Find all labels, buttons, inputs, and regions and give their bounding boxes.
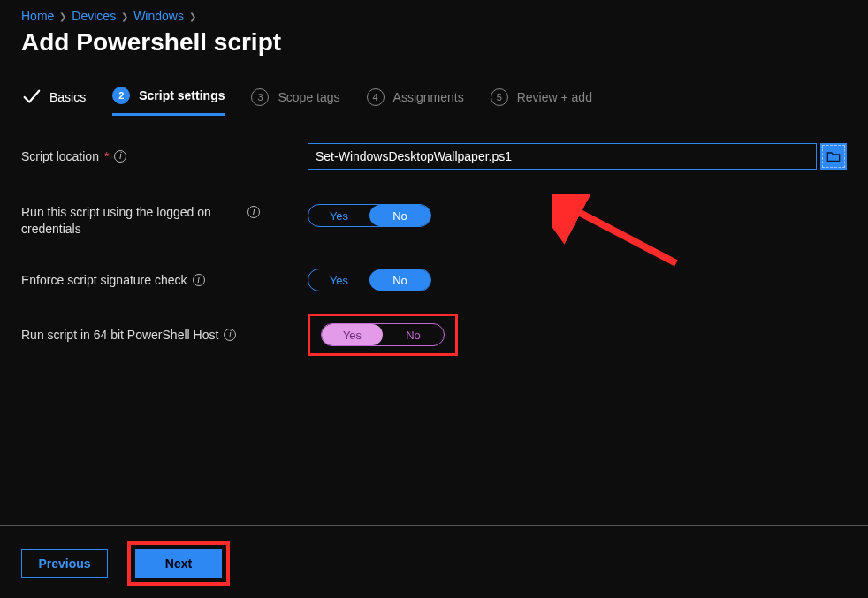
step-number: 5	[491, 88, 508, 106]
step-review-add[interactable]: 5 Review + add	[491, 88, 592, 115]
step-assignments[interactable]: 4 Assignments	[367, 88, 464, 115]
step-number: 4	[367, 88, 385, 106]
breadcrumb: Home ❯ Devices ❯ Windows ❯	[0, 0, 868, 26]
form-body: Script location * i Run this script usin…	[0, 123, 868, 356]
info-icon[interactable]: i	[224, 329, 236, 341]
step-number: 2	[112, 87, 130, 104]
breadcrumb-link-windows[interactable]: Windows	[133, 9, 184, 23]
label-signature-check: Enforce script signature check	[21, 272, 187, 289]
breadcrumb-link-devices[interactable]: Devices	[72, 9, 116, 23]
next-button[interactable]: Next	[135, 549, 222, 578]
label-logged-on-credentials: Run this script using the logged on cred…	[21, 204, 242, 238]
page-title: Add Powershell script	[0, 26, 868, 87]
info-icon[interactable]: i	[114, 150, 126, 163]
toggle-option-no[interactable]: No	[369, 269, 430, 291]
info-icon[interactable]: i	[193, 274, 205, 286]
annotation-highlight-box: Yes No	[308, 314, 458, 356]
step-label: Scope tags	[278, 90, 339, 104]
step-number: 3	[251, 88, 269, 106]
breadcrumb-link-home[interactable]: Home	[21, 9, 54, 23]
browse-button[interactable]	[820, 143, 847, 170]
previous-button[interactable]: Previous	[21, 549, 108, 578]
toggle-option-yes[interactable]: Yes	[308, 269, 369, 291]
row-64bit-host: Run script in 64 bit PowerShell Host i Y…	[21, 314, 847, 356]
toggle-option-yes[interactable]: Yes	[322, 324, 383, 345]
row-signature-check: Enforce script signature check i Yes No	[21, 262, 847, 298]
label-64bit-host: Run script in 64 bit PowerShell Host	[21, 327, 218, 344]
toggle-signature-check[interactable]: Yes No	[308, 269, 431, 291]
folder-icon	[826, 150, 841, 163]
chevron-right-icon: ❯	[189, 11, 196, 21]
toggle-option-no[interactable]: No	[369, 205, 430, 226]
step-scope-tags[interactable]: 3 Scope tags	[251, 88, 339, 115]
label-script-location: Script location	[21, 148, 99, 165]
required-mark: *	[104, 148, 109, 165]
wizard-steps: Basics 2 Script settings 3 Scope tags 4 …	[0, 87, 868, 123]
toggle-logged-on-credentials[interactable]: Yes No	[308, 204, 431, 227]
script-location-input[interactable]	[308, 143, 817, 170]
toggle-option-yes[interactable]: Yes	[308, 205, 369, 226]
step-label: Review + add	[517, 90, 592, 104]
row-script-location: Script location * i	[21, 139, 847, 174]
step-label: Basics	[49, 90, 86, 104]
toggle-option-no[interactable]: No	[383, 324, 444, 345]
step-label: Script settings	[139, 88, 225, 102]
chevron-right-icon: ❯	[121, 11, 128, 21]
wizard-footer: Previous Next	[0, 525, 868, 598]
toggle-64bit-host[interactable]: Yes No	[321, 323, 445, 346]
step-label: Assignments	[393, 90, 464, 104]
step-script-settings[interactable]: 2 Script settings	[112, 87, 225, 116]
annotation-highlight-box: Next	[127, 541, 230, 586]
info-icon[interactable]: i	[247, 206, 260, 218]
check-icon	[21, 87, 41, 107]
row-logged-on-credentials: Run this script using the logged on cred…	[21, 204, 847, 239]
step-basics[interactable]: Basics	[21, 87, 86, 116]
chevron-right-icon: ❯	[59, 11, 66, 21]
